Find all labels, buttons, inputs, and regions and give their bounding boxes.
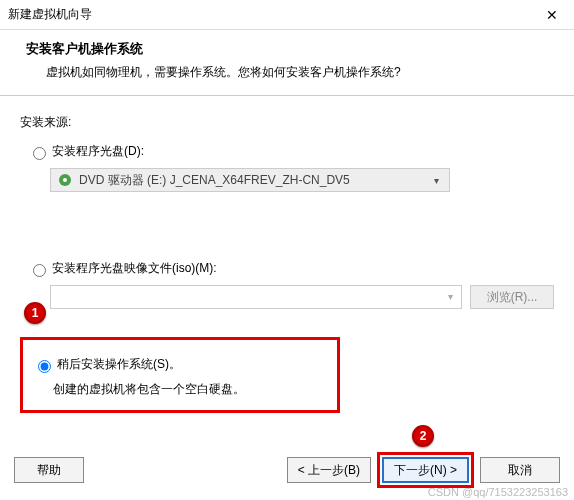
browse-button: 浏览(R)... <box>470 285 554 309</box>
highlight-box-next: 2 下一步(N) > <box>377 452 474 488</box>
chevron-down-icon: ▾ <box>448 291 453 302</box>
watermark: CSDN @qq/7153223253163 <box>428 486 568 498</box>
disc-dropdown-text: DVD 驱动器 (E:) J_CENA_X64FREV_ZH-CN_DV5 <box>79 172 424 189</box>
option-later-desc: 创建的虚拟机将包含一个空白硬盘。 <box>53 381 327 398</box>
back-button[interactable]: < 上一步(B) <box>287 457 371 483</box>
radio-disc-input[interactable] <box>33 147 46 160</box>
disc-icon <box>57 172 73 188</box>
page-subtitle: 虚拟机如同物理机，需要操作系统。您将如何安装客户机操作系统? <box>46 64 554 81</box>
iso-input-row: ▾ 浏览(R)... <box>50 285 554 309</box>
help-button[interactable]: 帮助 <box>14 457 84 483</box>
page-title: 安装客户机操作系统 <box>26 40 554 58</box>
radio-option-later[interactable]: 稍后安装操作系统(S)。 <box>33 356 327 373</box>
highlight-box-option-later: 稍后安装操作系统(S)。 创建的虚拟机将包含一个空白硬盘。 <box>20 337 340 413</box>
close-icon: ✕ <box>546 7 558 23</box>
radio-later-input[interactable] <box>38 360 51 373</box>
window-title: 新建虚拟机向导 <box>8 6 92 23</box>
wizard-footer: 帮助 < 上一步(B) 2 下一步(N) > 取消 <box>0 452 574 488</box>
cancel-button[interactable]: 取消 <box>480 457 560 483</box>
svg-point-1 <box>63 178 67 182</box>
radio-iso-input[interactable] <box>33 264 46 277</box>
radio-iso-label: 安装程序光盘映像文件(iso)(M): <box>52 260 217 277</box>
next-button[interactable]: 下一步(N) > <box>382 457 469 483</box>
radio-option-disc[interactable]: 安装程序光盘(D): <box>28 143 554 160</box>
radio-option-iso[interactable]: 安装程序光盘映像文件(iso)(M): <box>28 260 554 277</box>
chevron-down-icon: ▾ <box>424 175 449 186</box>
wizard-header: 安装客户机操作系统 虚拟机如同物理机，需要操作系统。您将如何安装客户机操作系统? <box>0 30 574 96</box>
close-button[interactable]: ✕ <box>529 0 574 30</box>
radio-later-label: 稍后安装操作系统(S)。 <box>57 356 181 373</box>
disc-dropdown[interactable]: DVD 驱动器 (E:) J_CENA_X64FREV_ZH-CN_DV5 ▾ <box>50 168 450 192</box>
titlebar: 新建虚拟机向导 ✕ <box>0 0 574 30</box>
radio-disc-label: 安装程序光盘(D): <box>52 143 144 160</box>
iso-path-input[interactable]: ▾ <box>50 285 462 309</box>
content-area: 安装来源: 安装程序光盘(D): DVD 驱动器 (E:) J_CENA_X64… <box>0 96 574 413</box>
callout-badge-2: 2 <box>412 425 434 447</box>
section-label: 安装来源: <box>20 114 554 131</box>
callout-badge-1: 1 <box>24 302 46 324</box>
